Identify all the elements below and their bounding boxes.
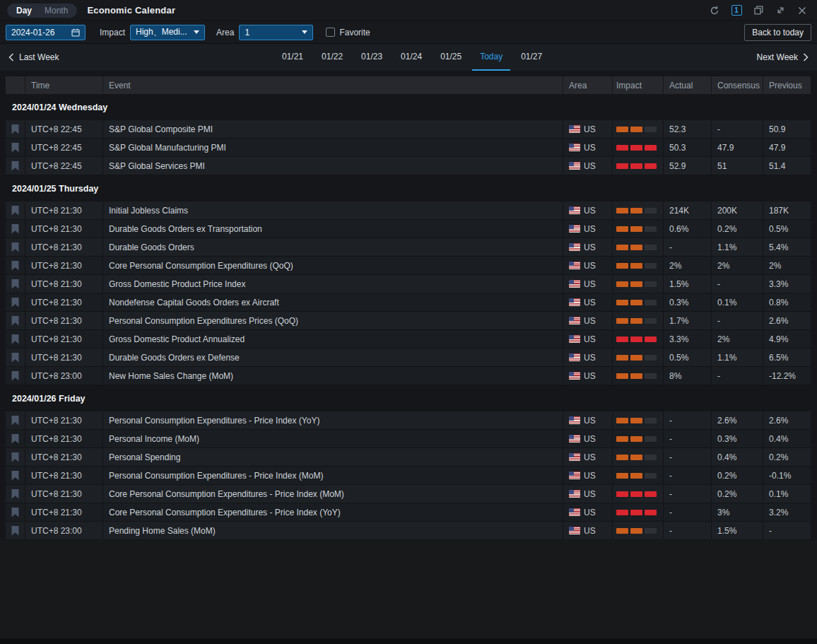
restore-icon[interactable]	[751, 4, 766, 17]
event-row[interactable]: UTC+8 23:00 New Home Sales Change (MoM) …	[6, 367, 811, 385]
area-value: US	[584, 526, 596, 536]
bookmark-icon[interactable]	[11, 371, 19, 381]
window-count-badge[interactable]: 1	[729, 4, 744, 17]
last-week-button[interactable]: Last Week	[8, 52, 59, 62]
impact-label: Impact	[100, 28, 125, 37]
impact-bar	[616, 355, 628, 361]
favorite-checkbox[interactable]	[326, 28, 335, 37]
impact-bar	[616, 473, 628, 479]
impact-indicator	[613, 503, 664, 521]
impact-bar	[616, 145, 628, 151]
bookmark-icon[interactable]	[11, 489, 19, 499]
event-name: Gross Domestic Product Annualized	[103, 330, 563, 348]
event-row[interactable]: UTC+8 21:30 Gross Domestic Product Annua…	[6, 330, 811, 349]
bookmark-icon[interactable]	[11, 161, 19, 171]
col-time: Time	[25, 76, 103, 94]
impact-indicator	[613, 330, 664, 348]
event-row[interactable]: UTC+8 21:30 Nondefense Capital Goods Ord…	[6, 293, 811, 312]
previous-value: 3.3%	[763, 275, 811, 293]
event-row[interactable]: UTC+8 21:30 Core Personal Consumption Ex…	[6, 503, 811, 522]
us-flag-icon	[569, 335, 580, 343]
back-to-today-button[interactable]: Back to today	[744, 24, 811, 41]
impact-bar	[645, 263, 657, 269]
maximize-icon[interactable]	[772, 4, 788, 17]
event-row[interactable]: UTC+8 21:30 Personal Income (MoM) US - 0…	[6, 430, 811, 448]
event-row[interactable]: UTC+8 21:30 Gross Domestic Product Price…	[6, 275, 811, 293]
event-time: UTC+8 21:30	[25, 503, 103, 521]
bookmark-icon[interactable]	[11, 298, 19, 308]
col-area: Area	[563, 76, 613, 94]
area-value: US	[584, 353, 596, 363]
previous-value: 2.6%	[763, 312, 811, 329]
bookmark-icon[interactable]	[11, 316, 19, 326]
impact-bar	[645, 281, 657, 287]
window-bottom-edge	[0, 638, 817, 644]
bookmark-icon[interactable]	[11, 334, 19, 344]
impact-select[interactable]: High、Medi...	[130, 25, 205, 40]
event-row[interactable]: UTC+8 21:30 Durable Goods Orders ex Defe…	[6, 349, 811, 367]
actual-value: 8%	[664, 367, 712, 385]
consensus-value: -	[712, 120, 763, 138]
event-row[interactable]: UTC+8 22:45 S&P Global Composite PMI US …	[6, 120, 811, 139]
consensus-value: 0.2%	[712, 485, 763, 503]
bookmark-icon[interactable]	[11, 224, 19, 234]
bookmark-icon[interactable]	[11, 124, 19, 134]
impact-bar	[616, 418, 628, 423]
impact-bar	[616, 127, 628, 132]
event-name: Gross Domestic Product Price Index	[103, 275, 563, 293]
actual-value: 0.6%	[664, 220, 712, 238]
bookmark-icon[interactable]	[11, 261, 19, 271]
event-row[interactable]: UTC+8 22:45 S&P Global Services PMI US 5…	[6, 157, 811, 175]
bookmark-icon[interactable]	[11, 434, 19, 444]
group-date-label: 2024/01/26 Friday	[12, 394, 86, 404]
event-row[interactable]: UTC+8 21:30 Core Personal Consumption Ex…	[6, 257, 811, 275]
event-row[interactable]: UTC+8 21:30 Initial Jobless Claims US 21…	[6, 201, 811, 220]
event-name: S&P Global Manufacturing PMI	[103, 139, 563, 156]
impact-bar	[616, 373, 628, 379]
week-day-2[interactable]: 01/23	[353, 44, 390, 71]
event-row[interactable]: UTC+8 23:00 Pending Home Sales (MoM) US …	[6, 522, 811, 540]
next-week-button[interactable]: Next Week	[757, 52, 809, 62]
impact-bar	[630, 418, 642, 423]
consensus-value: 1.1%	[712, 238, 763, 256]
bookmark-icon[interactable]	[11, 416, 19, 426]
week-day-today[interactable]: Today	[472, 44, 510, 71]
impact-bar	[645, 318, 657, 324]
event-name: Personal Consumption Expenditures Prices…	[103, 312, 563, 329]
week-day-0[interactable]: 01/21	[274, 44, 311, 71]
week-day-4[interactable]: 01/25	[433, 44, 469, 71]
event-row[interactable]: UTC+8 22:45 S&P Global Manufacturing PMI…	[6, 139, 811, 157]
bookmark-icon[interactable]	[11, 471, 19, 481]
us-flag-icon	[569, 453, 580, 461]
refresh-icon[interactable]	[707, 4, 722, 17]
event-row[interactable]: UTC+8 21:30 Personal Consumption Expendi…	[6, 467, 811, 485]
consensus-value: 3%	[712, 503, 763, 521]
area-select[interactable]: 1	[239, 25, 313, 40]
impact-bar	[630, 145, 642, 151]
bookmark-icon[interactable]	[11, 279, 19, 289]
event-row[interactable]: UTC+8 21:30 Personal Consumption Expendi…	[6, 411, 811, 430]
event-row[interactable]: UTC+8 21:30 Durable Goods Orders US - 1.…	[6, 238, 811, 257]
event-row[interactable]: UTC+8 21:30 Personal Consumption Expendi…	[6, 312, 811, 330]
bookmark-icon[interactable]	[11, 143, 19, 153]
bookmark-icon[interactable]	[11, 242, 19, 252]
week-day-1[interactable]: 01/22	[314, 44, 351, 71]
day-toggle[interactable]: Day	[10, 6, 38, 16]
bookmark-icon[interactable]	[11, 206, 19, 216]
month-toggle[interactable]: Month	[38, 6, 74, 16]
week-day-6[interactable]: 01/27	[513, 44, 550, 71]
week-day-3[interactable]: 01/24	[393, 44, 430, 71]
bookmark-icon[interactable]	[11, 353, 19, 363]
bookmark-icon[interactable]	[11, 508, 19, 517]
event-row[interactable]: UTC+8 21:30 Durable Goods Orders ex Tran…	[6, 220, 811, 238]
impact-bar	[630, 528, 642, 534]
impact-indicator	[613, 485, 664, 503]
us-flag-icon	[569, 527, 580, 534]
event-row[interactable]: UTC+8 21:30 Personal Spending US - 0.4% …	[6, 448, 811, 467]
date-input[interactable]: 2024-01-26	[6, 25, 86, 40]
bookmark-icon[interactable]	[11, 452, 19, 462]
event-row[interactable]: UTC+8 21:30 Core Personal Consumption Ex…	[6, 485, 811, 503]
close-icon[interactable]	[794, 4, 810, 17]
bookmark-icon[interactable]	[11, 526, 19, 536]
impact-select-value: High、Medi...	[136, 26, 187, 38]
